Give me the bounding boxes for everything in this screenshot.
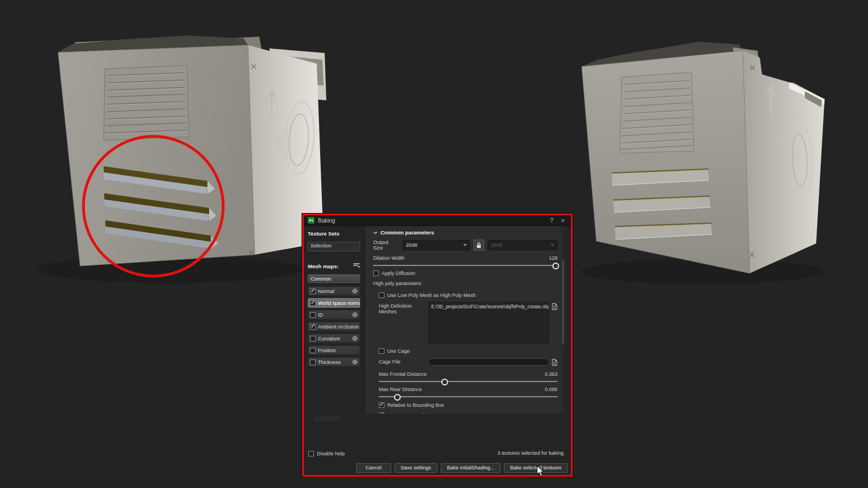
- chevron-down-icon: [463, 244, 467, 246]
- disable-help-row[interactable]: Disable help: [308, 451, 345, 456]
- high-def-meshes-label: High Definition Meshes: [379, 302, 428, 314]
- chevron-down-icon: [373, 230, 378, 235]
- lock-icon: [476, 242, 481, 249]
- apply-diffusion-checkbox[interactable]: [373, 270, 379, 276]
- mesh-map-checkbox[interactable]: [310, 324, 316, 330]
- mesh-map-label: ID: [318, 312, 323, 318]
- mesh-map-label: Normal: [318, 289, 334, 294]
- dilation-width-slider[interactable]: [373, 265, 557, 266]
- slider-knob[interactable]: [552, 263, 559, 269]
- relative-bbox-row[interactable]: Relative to Bounding Box: [379, 402, 557, 408]
- chevron-down-icon: [551, 244, 554, 246]
- dialog-buttons-row: CancelSave settingsBake initialShading..…: [356, 463, 568, 473]
- average-normals-checkbox[interactable]: [379, 412, 384, 414]
- crate-left: [37, 36, 326, 283]
- texture-sets-header: Texture Sets: [308, 230, 360, 237]
- vent-grid-left: [104, 65, 189, 140]
- max-frontal-distance-slider[interactable]: [379, 381, 557, 382]
- gear-icon[interactable]: [352, 312, 358, 318]
- dilation-width-label: Dilation Width: [373, 255, 405, 261]
- gear-icon[interactable]: [352, 335, 358, 341]
- help-button[interactable]: ?: [547, 218, 555, 224]
- bake-selected-textures-button[interactable]: Bake selected textures: [504, 463, 568, 473]
- output-size-locked-dropdown: 2048: [488, 240, 557, 250]
- mouse-cursor: [537, 465, 544, 477]
- use-low-poly-checkbox[interactable]: [379, 292, 384, 298]
- use-cage-row[interactable]: Use Cage: [379, 348, 557, 354]
- average-normals-row[interactable]: Average Normals: [379, 412, 557, 414]
- baking-dialog: Pt Baking ? × Texture Sets Selection Mes…: [302, 214, 573, 477]
- collapse-list-icon[interactable]: [353, 263, 360, 269]
- dialog-body: Texture Sets Selection Mesh maps: Common…: [304, 226, 571, 475]
- slot-vents-right: [611, 168, 712, 240]
- max-rear-distance-slider[interactable]: [379, 396, 557, 397]
- gear-icon[interactable]: [352, 359, 358, 365]
- mesh-map-label: World space normal: [318, 300, 360, 306]
- mesh-map-row-normal[interactable]: Normal: [308, 286, 360, 296]
- common-parameters-panel: Common parameters Output Size 2048 2048 …: [365, 226, 565, 414]
- mesh-map-label: Thickness: [318, 360, 341, 365]
- params-scrollbar[interactable]: [561, 226, 565, 414]
- mesh-map-checkbox[interactable]: [310, 360, 316, 365]
- slider-knob[interactable]: [441, 379, 448, 385]
- mesh-map-row-world-space-normal[interactable]: World space normal: [308, 298, 360, 308]
- mesh-map-checkbox[interactable]: [310, 312, 316, 318]
- max-frontal-distance-label: Max Frontal Distance: [379, 371, 427, 377]
- mesh-map-row-id[interactable]: ID: [308, 310, 360, 320]
- dialog-title: Baking: [318, 218, 335, 224]
- use-cage-checkbox[interactable]: [379, 348, 384, 354]
- inactive-ghost-element: [313, 416, 342, 422]
- vent-grid-right: [620, 72, 694, 153]
- mesh-maps-list: NormalWorld space normalIDAmbient occlus…: [308, 286, 360, 367]
- common-maps-button[interactable]: Common: [308, 274, 360, 283]
- use-low-poly-row[interactable]: Use Low Poly Mesh as High Poly Mesh: [379, 292, 557, 298]
- slider-knob[interactable]: [394, 394, 401, 401]
- cancel-button[interactable]: Cancel: [356, 463, 391, 473]
- dilation-width-value: 128: [549, 255, 557, 261]
- gear-icon[interactable]: [352, 288, 358, 294]
- dialog-titlebar[interactable]: Pt Baking ? ×: [304, 215, 571, 226]
- mesh-map-label: Position: [318, 348, 336, 353]
- file-browse-icon[interactable]: [552, 302, 557, 310]
- texture-set-selection-item[interactable]: Selection: [308, 242, 360, 251]
- file-browse-icon[interactable]: [552, 358, 557, 366]
- max-rear-distance-value: 0.088: [544, 387, 557, 392]
- mesh-map-label: Ambient occlusion: [318, 324, 359, 330]
- bake-status-text: 3 textures selected for baking: [497, 450, 564, 456]
- cage-file-input[interactable]: [428, 358, 549, 366]
- mesh-map-row-position[interactable]: Position: [308, 345, 360, 355]
- mesh-map-row-thickness[interactable]: Thickness: [308, 357, 360, 367]
- common-parameters-section[interactable]: Common parameters: [373, 229, 557, 236]
- mesh-maps-header: Mesh maps:: [308, 263, 360, 269]
- scrollbar-thumb[interactable]: [562, 260, 564, 344]
- output-size-label: Output Size: [373, 239, 399, 251]
- texture-sets-panel: Texture Sets Selection Mesh maps: Common…: [304, 226, 365, 414]
- mesh-map-row-curvature[interactable]: Curvature: [308, 334, 360, 343]
- mesh-map-checkbox[interactable]: [310, 289, 316, 294]
- mesh-map-label: Curvature: [318, 336, 340, 341]
- max-frontal-distance-value: 0.363: [544, 371, 557, 377]
- disable-help-checkbox[interactable]: [308, 451, 314, 456]
- max-rear-distance-label: Max Rear Distance: [379, 387, 422, 392]
- app-screenshot: { "colors": { "viewport_bg": "#232323", …: [0, 0, 868, 488]
- mesh-map-checkbox[interactable]: [310, 348, 316, 353]
- high-poly-parameters-header: High poly parameters: [373, 281, 557, 286]
- output-size-dropdown[interactable]: 2048: [402, 240, 470, 250]
- cage-file-label: Cage File: [379, 358, 428, 365]
- crate-right: [581, 42, 825, 284]
- mesh-map-checkbox[interactable]: [310, 336, 316, 341]
- substance-painter-logo-icon: Pt: [308, 217, 315, 224]
- mesh-map-checkbox[interactable]: [310, 300, 316, 306]
- apply-diffusion-row[interactable]: Apply Diffusion: [373, 270, 557, 276]
- mesh-map-row-ambient-occlusion[interactable]: Ambient occlusion: [308, 322, 360, 331]
- high-def-meshes-list[interactable]: E:/3D_projects/SciFiCrate/scenes/obj/hiP…: [428, 302, 549, 344]
- bake-initialshading-button[interactable]: Bake initialShading...: [441, 463, 501, 473]
- close-button[interactable]: ×: [559, 218, 567, 224]
- save-settings-button[interactable]: Save settings: [395, 463, 437, 473]
- lock-aspect-button[interactable]: [473, 239, 484, 251]
- relative-bbox-checkbox[interactable]: [379, 402, 384, 408]
